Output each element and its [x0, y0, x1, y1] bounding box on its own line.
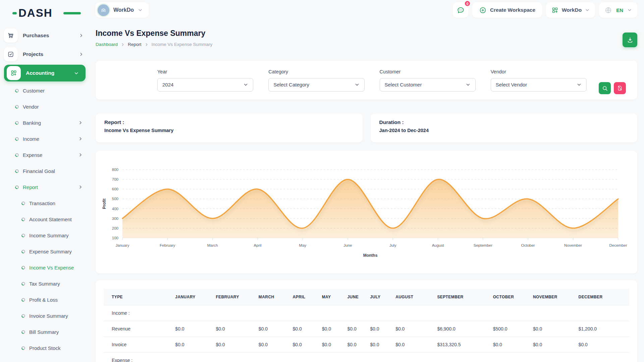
profit-chart-card: 100200300400500600700800JanuaryFebruaryM…	[96, 151, 637, 274]
breadcrumb: DashboardReportIncome Vs Expense Summary	[96, 42, 212, 47]
cell-value: $0.0	[367, 337, 392, 353]
svg-text:March: March	[207, 243, 218, 247]
cell-value: $0.0	[344, 337, 367, 353]
column-header-type: TYPE	[104, 289, 172, 305]
donut-bullet-icon	[21, 265, 25, 270]
svg-text:Months: Months	[363, 253, 378, 258]
donut-bullet-icon	[21, 346, 25, 350]
section-title: Income :	[104, 305, 629, 321]
column-header-january: JANUARY	[172, 289, 212, 305]
sidebar-item-income-vs-expense[interactable]: Income Vs Expense	[0, 259, 96, 276]
sidebar-item-purchases[interactable]: Purchases	[0, 26, 96, 45]
sidebar-item-tax-summary[interactable]: Tax Summary	[0, 276, 96, 292]
sidebar-item-report[interactable]: Report	[0, 179, 96, 195]
cell-value: $0.0	[255, 337, 289, 353]
sidebar-item-income[interactable]: Income	[0, 131, 96, 147]
sidebar-item-label: Product Stock	[29, 345, 60, 351]
sidebar-item-cash-flow[interactable]: Cash Flow	[0, 356, 96, 362]
chevron-down-icon	[627, 8, 632, 12]
cell-value: $0.0	[530, 321, 575, 337]
section-title: Expense :	[104, 353, 629, 362]
sidebar-item-transaction[interactable]: Transaction	[0, 195, 96, 211]
sidebar-item-label: Tax Summary	[29, 281, 60, 287]
chevron-right-icon	[78, 120, 83, 125]
svg-text:400: 400	[112, 207, 118, 211]
column-header-february: FEBRUARY	[212, 289, 255, 305]
sidebar-item-product-stock[interactable]: Product Stock	[0, 340, 96, 356]
sidebar-item-label: Transaction	[29, 200, 55, 206]
svg-text:October: October	[521, 243, 535, 247]
globe-icon	[604, 6, 612, 14]
workspace-switcher[interactable]: WorkDo	[96, 2, 149, 18]
category-select[interactable]: Select Category	[268, 78, 364, 92]
checkbox-icon	[4, 47, 18, 61]
column-header-march: MARCH	[255, 289, 289, 305]
cell-value: $0.0	[367, 321, 392, 337]
svg-text:700: 700	[112, 177, 118, 181]
cell-value: $0.0	[212, 337, 255, 353]
sidebar-item-financial-goal[interactable]: Financial Goal	[0, 163, 96, 179]
logo-dash	[63, 12, 81, 14]
donut-bullet-icon	[21, 249, 25, 254]
cell-value: $0.0	[319, 321, 344, 337]
language-selector[interactable]: EN	[599, 2, 637, 18]
filter-field-category: CategorySelect Category	[268, 69, 364, 92]
sidebar-item-vendor[interactable]: Vendor	[0, 99, 96, 115]
app-logo[interactable]: DASH	[18, 7, 72, 20]
year-select[interactable]: 2024	[157, 78, 253, 92]
selected-value: 2024	[162, 82, 173, 87]
filter-label: Category	[268, 69, 364, 74]
table-row-revenue: Revenue$0.0$0.0$0.0$0.0$0.0$0.0$0.0$0.0$…	[104, 321, 629, 337]
report-label: Report :	[104, 119, 354, 125]
page-header: Income Vs Expense Summary DashboardRepor…	[96, 28, 637, 47]
sidebar-item-projects[interactable]: Projects	[0, 45, 96, 64]
donut-bullet-icon	[21, 330, 25, 334]
breadcrumb-item-dashboard[interactable]: Dashboard	[96, 42, 118, 47]
svg-text:February: February	[160, 243, 175, 247]
duration-value: Jan-2024 to Dec-2024	[379, 128, 629, 133]
download-button[interactable]	[623, 33, 637, 47]
filter-field-year: Year2024	[157, 69, 253, 92]
sidebar-item-label: Income Summary	[29, 233, 69, 238]
cell-value: $0.0	[319, 337, 344, 353]
sidebar-item-expense[interactable]: Expense	[0, 147, 96, 163]
column-header-april: APRIL	[289, 289, 319, 305]
sidebar-item-customer[interactable]: Customer	[0, 82, 96, 99]
topbar: WorkDo 0 Create Workspace WorkDo	[96, 2, 637, 18]
cell-value: $0.0	[344, 321, 367, 337]
sidebar-item-label: Accounting	[26, 70, 54, 76]
svg-text:August: August	[432, 243, 444, 247]
sidebar-item-bill-summary[interactable]: Bill Summary	[0, 324, 96, 340]
logo-dot	[12, 12, 17, 14]
cell-value: $0.0	[172, 337, 212, 353]
sidebar-item-label: Expense	[23, 152, 42, 158]
apply-filter-button[interactable]	[599, 82, 611, 94]
vendor-select[interactable]: Select Vendor	[491, 78, 587, 92]
column-header-june: JUNE	[344, 289, 367, 305]
column-header-may: MAY	[319, 289, 344, 305]
sidebar-item-profit-loss[interactable]: Profit & Loss	[0, 292, 96, 308]
messages-button[interactable]: 0	[453, 2, 468, 18]
svg-text:January: January	[116, 243, 129, 247]
row-type: Revenue	[104, 321, 172, 337]
sidebar-item-account-statement[interactable]: Account Statement	[0, 211, 96, 227]
sidebar-item-banking[interactable]: Banking	[0, 115, 96, 131]
breadcrumb-item-report[interactable]: Report	[128, 42, 142, 47]
sidebar-item-label: Invoice Summary	[29, 313, 68, 319]
column-header-october: OCTOBER	[490, 289, 530, 305]
donut-bullet-icon	[15, 153, 19, 157]
customer-select[interactable]: Select Customer	[380, 78, 476, 92]
sidebar-item-expense-summary[interactable]: Expense Summary	[0, 243, 96, 259]
sidebar-item-label: Financial Goal	[23, 168, 55, 174]
svg-text:June: June	[343, 243, 352, 247]
filter-actions	[599, 82, 626, 94]
sidebar-item-income-summary[interactable]: Income Summary	[0, 227, 96, 243]
reset-filter-button[interactable]	[614, 82, 626, 94]
sidebar-item-accounting[interactable]: Accounting	[4, 65, 86, 81]
sidebar-item-label: Projects	[23, 51, 43, 57]
table-header-row: TYPEJANUARYFEBRUARYMARCHAPRILMAYJUNEJULY…	[104, 289, 629, 305]
workspace-menu[interactable]: WorkDo	[546, 2, 595, 18]
create-workspace-button[interactable]: Create Workspace	[472, 2, 542, 18]
cell-value: $6,900.0	[434, 321, 489, 337]
sidebar-item-invoice-summary[interactable]: Invoice Summary	[0, 308, 96, 324]
